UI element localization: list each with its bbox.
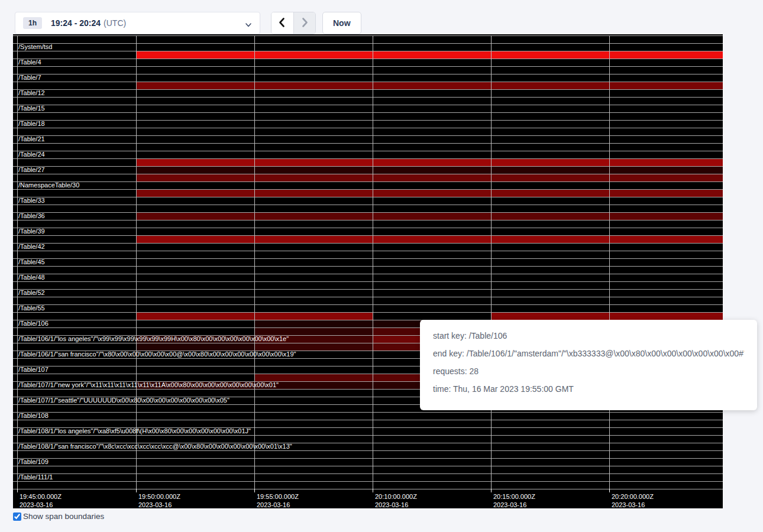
span-boundary-line: [13, 289, 723, 290]
span-label: /Table/55: [18, 304, 45, 312]
span-label: /Table/111/1: [18, 473, 53, 481]
time-gridline: [609, 35, 610, 489]
span-label: /Table/21: [18, 135, 45, 143]
span-label: /Table/106: [18, 320, 49, 327]
time-gridline: [373, 35, 373, 489]
chevron-down-icon: [245, 20, 252, 31]
span-boundary-line: [13, 473, 723, 474]
span-label: /Table/24: [18, 151, 45, 158]
range-duration-badge: 1h: [23, 17, 42, 29]
span-boundary-line: [13, 228, 723, 228]
span-boundary-line: [13, 458, 723, 459]
span-boundary-line: [13, 120, 723, 121]
chevron-left-icon: [277, 17, 287, 30]
span-label: /NamespaceTable/30: [18, 181, 79, 189]
span-boundary-line: [13, 97, 723, 98]
now-button[interactable]: Now: [322, 12, 361, 34]
heat-band: [136, 82, 723, 89]
span-label: /Table/45: [18, 258, 45, 266]
span-boundary-line: [13, 220, 723, 220]
axis-tick-label: 19:50:00.000Z2023-03-16: [138, 492, 180, 508]
span-boundary-line: [13, 489, 723, 489]
axis-tick: [254, 489, 255, 492]
span-boundary-line: [13, 181, 723, 182]
span-boundary-line: [13, 281, 723, 282]
range-timezone: (UTC): [104, 18, 126, 28]
axis-tick-label: 19:45:00.000Z2023-03-16: [20, 492, 62, 508]
span-boundary-line: [13, 297, 723, 297]
time-gridline: [254, 35, 255, 489]
span-boundary-line: [13, 420, 723, 420]
span-label: /Table/106/1/"los angeles"/"\x99\x99\x99…: [18, 335, 289, 343]
span-boundary-line: [13, 135, 723, 136]
span-label: /Table/18: [18, 120, 45, 128]
span-boundary-line: [13, 251, 723, 251]
tooltip-requests: requests: 28: [433, 366, 744, 376]
span-boundary-line: [13, 197, 723, 197]
span-label: /Table/52: [18, 289, 45, 297]
span-label: /Table/4: [18, 59, 41, 66]
axis-tick-label: 20:10:00.000Z2023-03-16: [375, 492, 417, 508]
key-visualizer-page: 1h 19:24 - 20:24 (UTC) Now /System/tsd/T…: [0, 0, 763, 532]
heat-band: [254, 343, 373, 351]
span-boundary-line: [13, 205, 723, 205]
span-boundary-line: [13, 266, 723, 267]
span-label: /Table/27: [18, 166, 45, 174]
axis-tick-label: 20:15:00.000Z2023-03-16: [493, 492, 535, 508]
span-boundary-line: [13, 74, 723, 74]
span-boundary-line: [13, 166, 723, 167]
span-label: /Table/108/1/"san francisco"/"\x8c\xcc\x…: [18, 443, 292, 450]
time-gridline: [136, 35, 137, 489]
span-boundary-line: [13, 435, 723, 436]
tooltip-end-key: end key: /Table/106/1/"amsterdam"/"\xb33…: [433, 349, 744, 358]
axis-tick: [373, 489, 373, 492]
axis-tick-label: 20:20:00.000Z2023-03-16: [612, 492, 654, 508]
heat-band: [136, 343, 254, 351]
span-boundary-line: [13, 412, 723, 413]
heat-band: [136, 190, 723, 197]
span-label: /Table/48: [18, 274, 45, 281]
axis-tick: [609, 489, 610, 492]
span-boundary-line: [13, 466, 723, 466]
heat-band: [136, 167, 723, 174]
span-boundary-line: [13, 450, 723, 451]
span-boundary-line: [13, 89, 723, 90]
span-label: /Table/107/1/"seattle"/"UUUUUUD\x00\x80\…: [18, 397, 229, 404]
prev-range-button[interactable]: [271, 12, 293, 34]
span-boundary-line: [13, 66, 723, 67]
span-label: /Table/109: [18, 458, 49, 466]
span-label: /Table/7: [18, 74, 41, 82]
heat-band: [136, 213, 723, 220]
span-boundary-line: [13, 274, 723, 274]
span-boundary-line: [13, 481, 723, 482]
time-gridline: [491, 35, 492, 489]
axis-tick: [136, 489, 137, 492]
heat-band: [254, 328, 373, 335]
span-label: /Table/12: [18, 89, 45, 97]
span-boundary-line: [13, 143, 723, 144]
span-boundary-line: [13, 151, 723, 151]
time-range-selector[interactable]: 1h 19:24 - 20:24 (UTC): [15, 12, 260, 34]
heat-band: [136, 236, 723, 243]
span-label: /Table/108/1/"los angeles"/"\xa8\xf5\u00…: [18, 427, 251, 435]
span-boundary-line: [13, 235, 723, 236]
tooltip-time: time: Thu, 16 Mar 2023 19:55:00 GMT: [433, 384, 744, 394]
span-boundary-line: [13, 312, 723, 313]
show-span-boundaries-control[interactable]: Show span boundaries: [13, 512, 104, 521]
key-visualizer-heatmap[interactable]: /System/tsd/Table/4/Table/7/Table/12/Tab…: [13, 34, 723, 508]
heat-band: [491, 313, 723, 320]
time-gridline: [17, 35, 18, 489]
span-boundary-line: [13, 59, 723, 59]
next-range-button[interactable]: [293, 12, 316, 34]
heat-band: [136, 159, 723, 166]
span-boundary-line: [13, 243, 723, 244]
tooltip-start-key: start key: /Table/106: [433, 331, 744, 340]
show-span-boundaries-checkbox[interactable]: [13, 512, 21, 521]
span-label: /Table/36: [18, 212, 45, 220]
span-boundary-line: [13, 51, 723, 51]
span-boundary-line: [13, 35, 723, 36]
time-nav-group: [271, 12, 316, 34]
span-boundary-line: [13, 304, 723, 305]
span-label: /Table/106/1/"san francisco"/"\x80\x00\x…: [18, 351, 296, 358]
span-boundary-line: [13, 212, 723, 213]
